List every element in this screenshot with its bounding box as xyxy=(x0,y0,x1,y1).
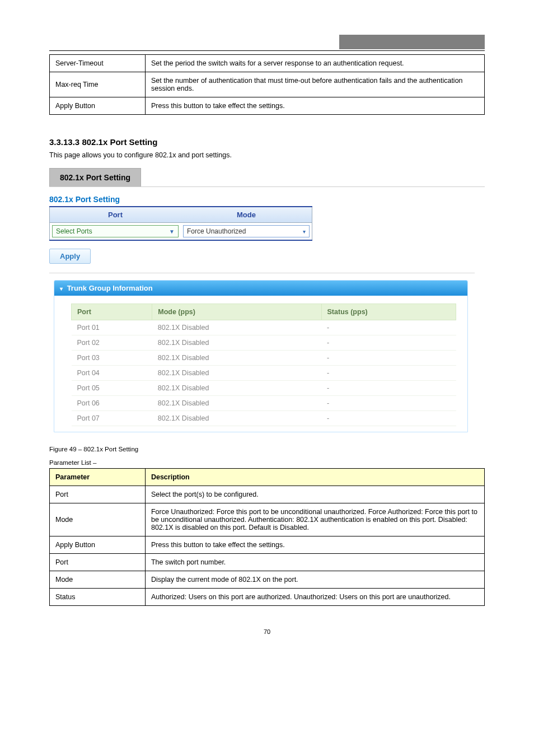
apply-button[interactable]: Apply xyxy=(49,249,91,264)
param-key: Apply Button xyxy=(50,97,146,115)
table-row: Port 05802.1X Disabled- xyxy=(72,381,456,396)
section-number-title: 3.3.13.3 802.1x Port Setting xyxy=(49,137,485,147)
port-mode-select-table: Port Mode Select Ports ▼ Force Unauthori… xyxy=(49,207,312,241)
param-val: Set the period the switch waits for a se… xyxy=(145,55,484,72)
table-row: ModeDisplay the current mode of 802.1X o… xyxy=(50,571,485,589)
table-row: StatusAuthorized: Users on this port are… xyxy=(50,589,485,606)
col-header-status: Status (pps) xyxy=(321,304,456,320)
col-header-mode: Mode xyxy=(181,207,312,223)
embedded-screenshot-port-setting: 802.1x Port Setting 802.1x Port Setting … xyxy=(49,168,485,432)
table-row: Port 06802.1X Disabled- xyxy=(72,396,456,411)
table-row: Server-Timeout Set the period the switch… xyxy=(50,55,485,72)
separator-rule xyxy=(49,273,475,273)
chevron-down-icon: ▾ xyxy=(60,286,63,292)
table-row: Port 02802.1X Disabled- xyxy=(72,335,456,351)
trunk-group-info-panel: ▾ Trunk Group Information Port Mode (pps… xyxy=(54,280,468,432)
mode-select-dropdown[interactable]: Force Unauthorized ▾ xyxy=(183,225,310,237)
col-header-port: Port xyxy=(72,304,152,320)
parameter-list-caption: Parameter List – xyxy=(49,459,485,466)
figure-caption: Figure 49 – 802.1x Port Setting xyxy=(49,446,485,452)
chevron-down-icon: ▼ xyxy=(169,228,175,235)
port-select-value: Select Ports xyxy=(56,227,92,235)
tab-port-setting[interactable]: 802.1x Port Setting xyxy=(49,168,141,186)
table-row: Port 07802.1X Disabled- xyxy=(72,411,456,426)
chevron-down-icon: ▾ xyxy=(303,228,306,235)
tab-rule xyxy=(49,186,485,187)
table-row: Port 04802.1X Disabled- xyxy=(72,366,456,381)
table-row: PortSelect the port(s) to be configured. xyxy=(50,486,485,503)
table-row: PortThe switch port number. xyxy=(50,554,485,571)
params-table: Parameter Description PortSelect the por… xyxy=(49,468,485,606)
params-header-param: Parameter xyxy=(50,469,146,486)
table-row: Apply Button Press this button to take e… xyxy=(50,97,485,115)
table-row: Port 01802.1X Disabled- xyxy=(72,320,456,335)
col-header-mode: Mode (pps) xyxy=(152,304,321,320)
header-rule xyxy=(49,50,485,51)
table-row: Apply ButtonPress this button to take ef… xyxy=(50,536,485,554)
panel-title: Trunk Group Information xyxy=(67,284,153,292)
header-grey-bar xyxy=(339,35,485,49)
mode-select-value: Force Unauthorized xyxy=(187,227,246,235)
params-header-desc: Description xyxy=(145,469,484,486)
param-val: Set the number of authentication that mu… xyxy=(145,72,484,97)
panel-heading: 802.1x Port Setting xyxy=(49,195,312,207)
param-val: Press this button to take effect the set… xyxy=(145,97,484,115)
section-description: This page allows you to configure 802.1x… xyxy=(49,151,485,159)
top-params-table: Server-Timeout Set the period the switch… xyxy=(49,54,485,115)
table-row: ModeForce Unauthorized: Force this port … xyxy=(50,503,485,536)
trunk-group-info-table: Port Mode (pps) Status (pps) Port 01802.… xyxy=(71,304,456,426)
col-header-port: Port xyxy=(50,207,181,223)
param-key: Server-Timeout xyxy=(50,55,146,72)
port-select-dropdown[interactable]: Select Ports ▼ xyxy=(52,225,179,237)
table-row: Max-req Time Set the number of authentic… xyxy=(50,72,485,97)
param-key: Max-req Time xyxy=(50,72,146,97)
table-row: Port 03802.1X Disabled- xyxy=(72,351,456,366)
page-number: 70 xyxy=(49,628,485,635)
panel-header[interactable]: ▾ Trunk Group Information xyxy=(54,281,467,296)
